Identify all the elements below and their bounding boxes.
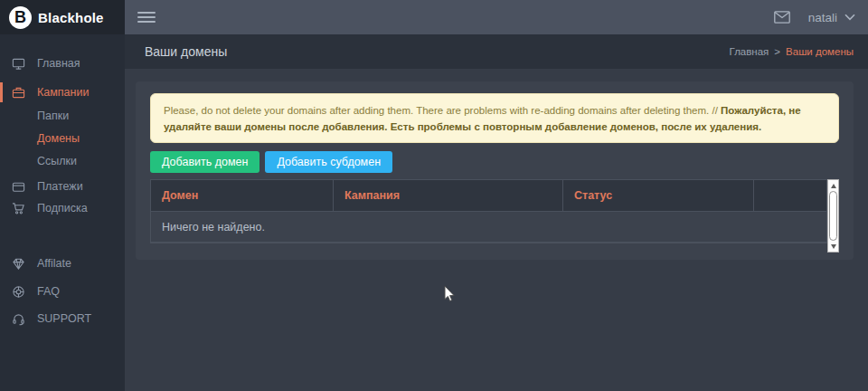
sidebar-item-support[interactable]: SUPPORT: [0, 309, 125, 329]
table-scrollbar[interactable]: [827, 179, 839, 253]
sidebar-item-label: Ссылки: [37, 155, 77, 167]
scroll-down-arrow[interactable]: [828, 241, 838, 252]
warning-alert: Please, do not delete your domains after…: [150, 93, 839, 143]
add-domain-button[interactable]: Добавить домен: [150, 151, 259, 173]
breadcrumb-current: Ваши домены: [786, 46, 854, 57]
lifering-icon: [11, 284, 25, 299]
warning-text-en: Please, do not delete your domains after…: [164, 105, 721, 116]
sidebar-item-affiliate[interactable]: Affilate: [0, 253, 125, 273]
breadcrumb: Главная > Ваши домены: [730, 46, 854, 57]
sidebar-item-label: Affilate: [37, 257, 71, 270]
sidebar: B Blackhole Главная Кампании Папки Домен…: [0, 0, 125, 391]
sidebar-item-campaigns[interactable]: Кампании: [0, 82, 125, 102]
table-header-actions: [754, 180, 826, 211]
wallet-icon: [11, 179, 25, 194]
brand-name: Blackhole: [38, 10, 104, 25]
diamond-icon: [11, 256, 25, 271]
page-header: Ваши домены Главная > Ваши домены: [125, 34, 868, 69]
sidebar-item-label: Платежи: [37, 180, 83, 193]
mail-icon[interactable]: [774, 11, 790, 24]
sidebar-item-label: Подписка: [37, 202, 88, 215]
headset-icon: [11, 311, 25, 326]
sidebar-item-label: Домены: [37, 132, 80, 145]
user-menu[interactable]: natali: [808, 11, 855, 24]
add-subdomain-button[interactable]: Добавить субдомен: [265, 151, 392, 173]
sidebar-item-label: Папки: [37, 110, 69, 122]
briefcase-icon: [11, 85, 25, 100]
sidebar-item-subscription[interactable]: Подписка: [0, 198, 125, 218]
hamburger-menu-icon[interactable]: [137, 9, 156, 25]
breadcrumb-separator: >: [774, 46, 780, 57]
sidebar-item-label: Главная: [37, 57, 80, 70]
scroll-up-arrow[interactable]: [828, 180, 838, 191]
sidebar-item-label: SUPPORT: [37, 312, 91, 325]
brand-logo[interactable]: B Blackhole: [0, 0, 125, 34]
sidebar-item-faq[interactable]: FAQ: [0, 281, 125, 301]
domains-card: Please, do not delete your domains after…: [136, 81, 854, 260]
sidebar-item-folders[interactable]: Папки: [0, 107, 125, 125]
sidebar-item-links[interactable]: Ссылки: [0, 152, 125, 170]
sidebar-item-home[interactable]: Главная: [0, 53, 125, 73]
brand-logo-icon: B: [9, 6, 32, 29]
table-header-row: Домен Кампания Статус: [151, 180, 826, 212]
content-area: Please, do not delete your domains after…: [125, 69, 868, 391]
table-header-campaign: Кампания: [334, 180, 563, 211]
table-empty-row: Ничего не найдено.: [151, 212, 826, 243]
sidebar-item-label: FAQ: [37, 285, 60, 298]
sidebar-item-domains[interactable]: Домены: [0, 129, 125, 148]
topbar: natali: [125, 0, 868, 34]
page-title: Ваши домены: [145, 44, 227, 59]
empty-message: Ничего не найдено.: [162, 221, 265, 234]
username: natali: [808, 11, 837, 24]
table-header-status: Статус: [563, 180, 754, 211]
actions-row: Добавить домен Добавить субдомен: [150, 151, 839, 173]
monitor-icon: [11, 56, 25, 71]
chevron-down-icon: [844, 14, 855, 21]
cart-icon: [11, 201, 25, 215]
sidebar-item-label: Кампании: [37, 86, 89, 99]
scrollbar-thumb[interactable]: [829, 191, 837, 241]
table-header-domain: Домен: [151, 180, 334, 211]
sidebar-item-payments[interactable]: Платежи: [0, 176, 125, 196]
breadcrumb-home[interactable]: Главная: [730, 46, 769, 57]
domains-table: Домен Кампания Статус Ничего не найдено.: [150, 179, 839, 253]
